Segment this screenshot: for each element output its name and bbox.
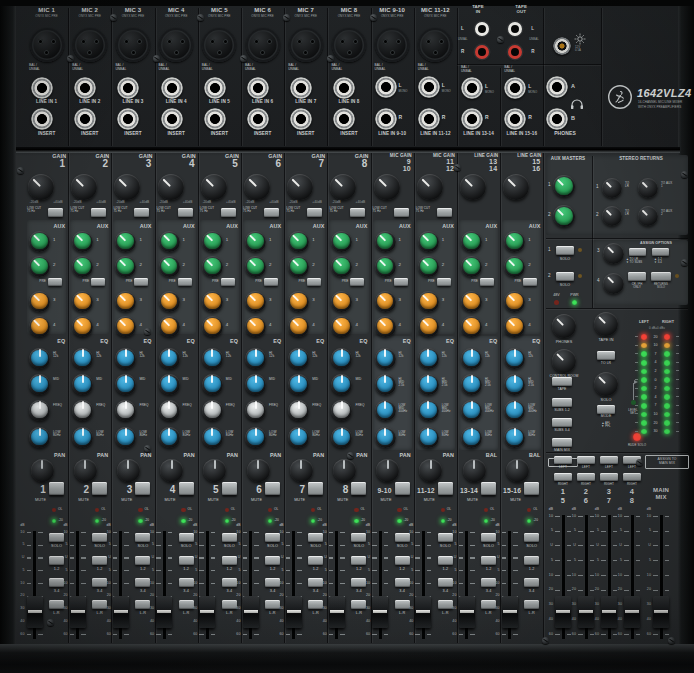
gain-knob[interactable]	[503, 174, 529, 200]
gain-knob[interactable]	[460, 174, 486, 200]
eq-knob-3[interactable]	[72, 427, 93, 448]
aux-2-knob[interactable]	[461, 256, 482, 277]
pan-knob[interactable]	[463, 459, 486, 482]
solo-button[interactable]	[135, 533, 150, 542]
aux-4-knob[interactable]	[288, 316, 309, 337]
low-cut-button[interactable]	[178, 208, 193, 217]
channel-fader-cap[interactable]	[27, 596, 43, 628]
eq-knob-2[interactable]	[461, 400, 482, 421]
solo-button[interactable]	[308, 533, 323, 542]
gain-knob[interactable]	[158, 174, 184, 200]
channel-fader-cap[interactable]	[286, 596, 302, 628]
eq-knob-0[interactable]	[72, 348, 93, 369]
mute-button[interactable]	[481, 482, 496, 495]
eq-knob-1[interactable]	[159, 374, 180, 395]
solo-button[interactable]	[481, 533, 496, 542]
mute-button[interactable]	[135, 482, 150, 495]
solo-button[interactable]	[524, 533, 539, 542]
eq-knob-2[interactable]	[375, 400, 396, 421]
mute-button[interactable]	[179, 482, 194, 495]
channel-fader-cap[interactable]	[459, 596, 475, 628]
return-1-knob[interactable]	[602, 178, 622, 198]
aux-master-2-knob[interactable]	[553, 205, 575, 227]
low-cut-button[interactable]	[264, 208, 279, 217]
aux-1-knob[interactable]	[72, 231, 93, 252]
eq-knob-2[interactable]	[331, 400, 352, 421]
eq-knob-1[interactable]	[331, 374, 352, 395]
aux-1-knob[interactable]	[29, 231, 50, 252]
low-cut-button[interactable]	[91, 208, 106, 217]
aux-2-knob[interactable]	[72, 256, 93, 277]
channel-fader-cap[interactable]	[243, 596, 259, 628]
eq-knob-1[interactable]	[29, 374, 50, 395]
low-cut-button[interactable]	[437, 208, 452, 217]
eq-knob-2[interactable]	[202, 400, 223, 421]
sub-4-fader-cap[interactable]	[624, 596, 640, 628]
aux-2-knob[interactable]	[159, 256, 180, 277]
eq-knob-1[interactable]	[461, 374, 482, 395]
aux-1-knob[interactable]	[245, 231, 266, 252]
aux-master-1-solo-button[interactable]	[556, 246, 574, 255]
aux-4-knob[interactable]	[29, 316, 50, 337]
gain-knob[interactable]	[417, 174, 443, 200]
channel-fader-cap[interactable]	[329, 596, 345, 628]
control-room-knob[interactable]	[552, 349, 576, 373]
aux-4-knob[interactable]	[72, 316, 93, 337]
solo-mode-button[interactable]	[597, 405, 615, 414]
pan-knob[interactable]	[31, 459, 54, 482]
pan-knob[interactable]	[419, 459, 442, 482]
eq-knob-2[interactable]	[29, 400, 50, 421]
eq-knob-0[interactable]	[115, 348, 136, 369]
aux-3-knob[interactable]	[461, 291, 482, 312]
solo-button[interactable]	[438, 533, 453, 542]
eq-knob-0[interactable]	[288, 348, 309, 369]
aux-3-knob[interactable]	[331, 291, 352, 312]
low-cut-button[interactable]	[134, 208, 149, 217]
aux-3-knob[interactable]	[504, 291, 525, 312]
aux-4-knob[interactable]	[202, 316, 223, 337]
pre-button[interactable]	[221, 278, 235, 286]
eq-knob-2[interactable]	[159, 400, 180, 421]
eq-knob-2[interactable]	[504, 400, 525, 421]
solo-button[interactable]	[222, 533, 237, 542]
eq-knob-0[interactable]	[159, 348, 180, 369]
tape-to-lr-button[interactable]	[597, 351, 615, 360]
aux-1-knob[interactable]	[331, 231, 352, 252]
eq-knob-2[interactable]	[418, 400, 439, 421]
sub-3-fader-cap[interactable]	[601, 596, 617, 628]
eq-knob-0[interactable]	[461, 348, 482, 369]
eq-knob-1[interactable]	[288, 374, 309, 395]
pan-knob[interactable]	[247, 459, 270, 482]
eq-knob-1[interactable]	[418, 374, 439, 395]
eq-knob-0[interactable]	[245, 348, 266, 369]
aux-4-knob[interactable]	[418, 316, 439, 337]
aux-2-knob[interactable]	[288, 256, 309, 277]
mute-button[interactable]	[524, 482, 539, 495]
eq-knob-3[interactable]	[418, 427, 439, 448]
assign-1-2-3-4-button[interactable]	[652, 248, 669, 256]
pre-button[interactable]	[480, 278, 494, 286]
aux-4-knob[interactable]	[504, 316, 525, 337]
mute-button[interactable]	[265, 482, 280, 495]
aux-2-knob[interactable]	[202, 256, 223, 277]
eq-knob-3[interactable]	[331, 427, 352, 448]
sub-2-fader-cap[interactable]	[578, 596, 594, 628]
mute-button[interactable]	[395, 482, 410, 495]
eq-knob-3[interactable]	[375, 427, 396, 448]
channel-fader-cap[interactable]	[199, 596, 215, 628]
source-tape-button[interactable]	[552, 377, 572, 386]
aux-master-1-knob[interactable]	[553, 175, 575, 197]
eq-knob-3[interactable]	[29, 427, 50, 448]
aux-1-knob[interactable]	[115, 231, 136, 252]
aux-master-2-solo-button[interactable]	[556, 272, 574, 281]
source-main-mix-button[interactable]	[552, 438, 572, 447]
phones-level-knob[interactable]	[552, 314, 576, 338]
pan-knob[interactable]	[333, 459, 356, 482]
eq-knob-0[interactable]	[504, 348, 525, 369]
main-mix-fader-cap[interactable]	[653, 596, 669, 628]
aux-3-knob[interactable]	[288, 291, 309, 312]
solo-button[interactable]	[395, 533, 410, 542]
eq-knob-1[interactable]	[375, 374, 396, 395]
assign-lr-button[interactable]	[524, 600, 539, 609]
low-cut-button[interactable]	[221, 208, 236, 217]
